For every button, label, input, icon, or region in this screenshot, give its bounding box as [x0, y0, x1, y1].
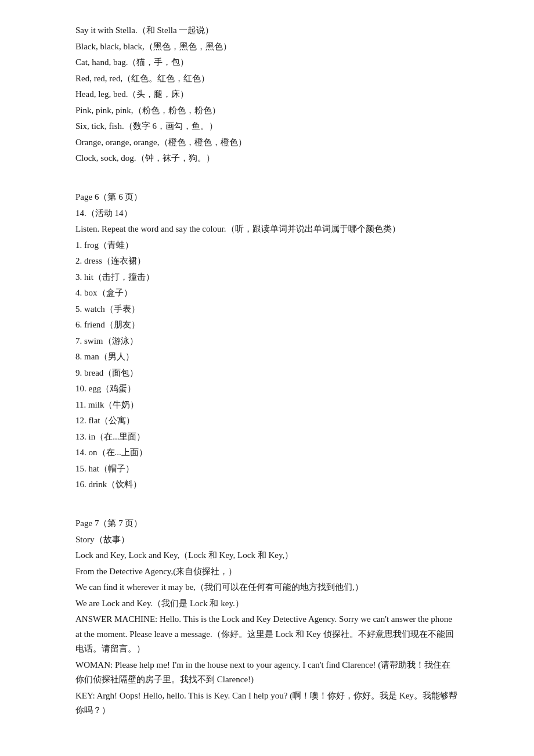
page6-item-7: 7. swim（游泳） — [75, 334, 459, 349]
page6-item-16: 16. drink（饮料） — [75, 477, 459, 492]
intro-line-3: Cat, hand, bag.（猫，手，包） — [75, 55, 459, 70]
intro-line-5: Head, leg, bed.（头，腿，床） — [75, 87, 459, 102]
page7-header: Page 7（第 7 页） — [75, 516, 459, 531]
page6-item-10: 10. egg（鸡蛋） — [75, 381, 459, 397]
page7-story-label: Story（故事） — [75, 532, 459, 548]
gap-2 — [75, 494, 459, 509]
page7-line-2: From the Detective Agency,(来自侦探社，） — [75, 564, 459, 579]
page7-line-4: We are Lock and Key.（我们是 Lock 和 key.） — [75, 596, 459, 611]
page6-instruction: Listen. Repeat the word and say the colo… — [75, 222, 459, 237]
intro-line-6: Pink, pink, pink,（粉色，粉色，粉色） — [75, 103, 459, 118]
page6-item-1: 1. frog（青蛙） — [75, 238, 459, 253]
gap-1 — [75, 167, 459, 182]
page6-item-8: 8. man（男人） — [75, 350, 459, 365]
intro-line-7: Six, tick, fish.（数字 6，画勾，鱼。） — [75, 119, 459, 134]
main-content: Say it with Stella.（和 Stella 一起说） Black,… — [75, 23, 459, 718]
page7-key: KEY: Argh! Oops! Hello, hello. This is K… — [75, 689, 459, 718]
page6-item-5: 5. watch（手表） — [75, 302, 459, 317]
intro-line-9: Clock, sock, dog.（钟，袜子，狗。） — [75, 151, 459, 166]
page6-item-13: 13. in（在...里面） — [75, 430, 459, 445]
page6-item-11: 11. milk（牛奶） — [75, 398, 459, 413]
page6-item-12: 12. flat（公寓） — [75, 413, 459, 429]
intro-line-4: Red, red, red,（红色。红色，红色） — [75, 71, 459, 87]
page6-section: Page 6（第 6 页） 14.（活动 14） Listen. Repeat … — [75, 190, 459, 492]
page7-answer-machine: ANSWER MACHINE: Hello. This is the Lock … — [75, 612, 459, 657]
page6-activity: 14.（活动 14） — [75, 206, 459, 221]
page6-item-3: 3. hit（击打，撞击） — [75, 270, 459, 285]
intro-line-8: Orange, orange, orange,（橙色，橙色，橙色） — [75, 135, 459, 150]
page7-line-3: We can find it wherever it may be,（我们可以在… — [75, 580, 459, 595]
page6-item-14: 14. on（在...上面） — [75, 445, 459, 460]
intro-section: Say it with Stella.（和 Stella 一起说） Black,… — [75, 23, 459, 166]
page6-item-4: 4. box（盒子） — [75, 286, 459, 301]
page7-woman: WOMAN: Please help me! I'm in the house … — [75, 658, 459, 687]
intro-line-1: Say it with Stella.（和 Stella 一起说） — [75, 23, 459, 38]
page6-item-2: 2. dress（连衣裙） — [75, 254, 459, 269]
page6-item-9: 9. bread（面包） — [75, 366, 459, 381]
page6-item-15: 15. hat（帽子） — [75, 462, 459, 477]
intro-line-2: Black, black, black,（黑色，黑色，黑色） — [75, 39, 459, 55]
page6-item-6: 6. friend（朋友） — [75, 318, 459, 333]
page7-section: Page 7（第 7 页） Story（故事） Lock and Key, Lo… — [75, 516, 459, 718]
page7-line-1: Lock and Key, Lock and Key,（Lock 和 Key, … — [75, 548, 459, 563]
page6-header: Page 6（第 6 页） — [75, 190, 459, 205]
